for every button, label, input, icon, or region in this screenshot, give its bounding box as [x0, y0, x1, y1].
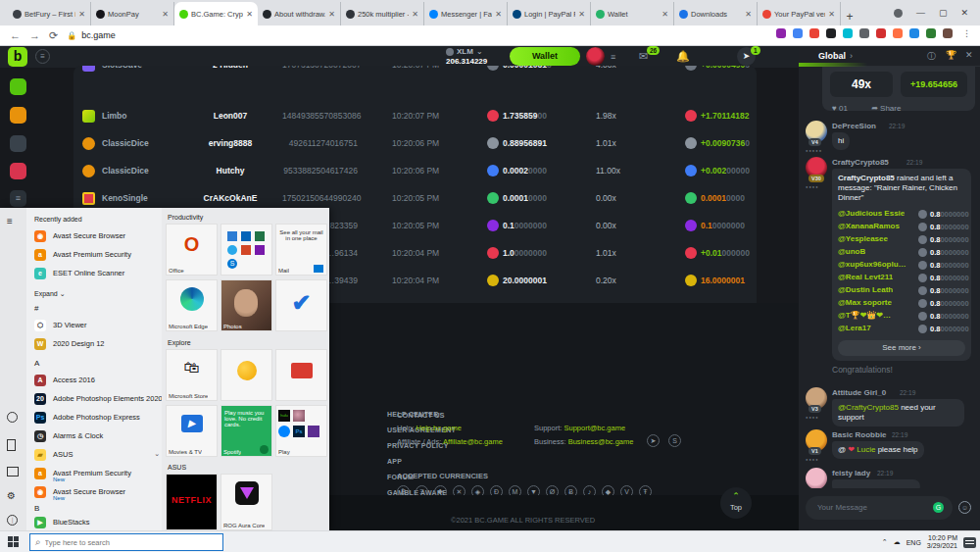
- expand-toggle[interactable]: Expand ⌄: [34, 290, 66, 298]
- chat-info-icon[interactable]: ⓘ: [927, 50, 936, 63]
- pictures-icon[interactable]: [7, 467, 19, 477]
- support-link[interactable]: Support@bc.game: [564, 424, 625, 432]
- emoji-icon[interactable]: ☺: [958, 501, 971, 514]
- tile-rog[interactable]: ROG Aura Core: [220, 474, 272, 530]
- start-menu-app[interactable]: ◉ Avast Secure Browser: [34, 228, 160, 246]
- telegram-icon[interactable]: ➤: [647, 434, 660, 447]
- menu-hamburger-icon[interactable]: ≡: [7, 216, 13, 226]
- language-indicator[interactable]: ENG: [906, 539, 921, 546]
- taskbar-search[interactable]: ⌕: [29, 533, 223, 551]
- avatar[interactable]: [806, 468, 827, 489]
- tile-weather[interactable]: [220, 349, 272, 401]
- tab-close-icon[interactable]: ✕: [745, 10, 752, 19]
- chat-username[interactable]: feisty lady: [832, 469, 870, 477]
- rain-recipient[interactable]: @xup6ux96oplu…: [838, 260, 906, 270]
- start-menu-app[interactable]: ▰ ASUS ⌄: [34, 447, 160, 465]
- browser-tab[interactable]: 250k multiplier - S ✕: [341, 2, 424, 25]
- rain-recipient[interactable]: @XananaRamos: [838, 222, 900, 231]
- tile-news[interactable]: [275, 349, 327, 401]
- power-icon[interactable]: ᛁ: [7, 515, 18, 526]
- start-menu-app[interactable]: ◷ Alarms & Clock: [34, 428, 160, 446]
- chat-expand-icon[interactable]: ›: [850, 51, 853, 61]
- tab-close-icon[interactable]: ✕: [328, 10, 335, 19]
- extension-icon[interactable]: [843, 28, 853, 38]
- skype-icon[interactable]: S: [668, 434, 681, 447]
- taskbar-icon[interactable]: [430, 534, 445, 549]
- onedrive-cloud-icon[interactable]: ☁: [894, 538, 901, 546]
- extension-icon[interactable]: [943, 28, 953, 38]
- start-menu-app[interactable]: Ps Adobe Photoshop Express: [34, 410, 160, 427]
- account-menu-icon[interactable]: ≡: [611, 52, 616, 62]
- browser-menu-icon[interactable]: ⋮: [962, 28, 972, 38]
- extension-icon[interactable]: [826, 28, 836, 38]
- browser-tab[interactable]: Your PayPal verific ✕: [758, 2, 841, 25]
- chat-trophy-icon[interactable]: 🏆: [946, 50, 956, 60]
- settings-gear-icon[interactable]: ⚙: [7, 490, 16, 501]
- share-label[interactable]: Share: [880, 104, 901, 113]
- forward-icon[interactable]: →: [29, 29, 40, 41]
- start-menu-app[interactable]: W 2020 Design 12: [34, 336, 160, 354]
- tile-store[interactable]: 🛍 Microsoft Store: [166, 349, 218, 401]
- help-link[interactable]: Help.bc.game: [416, 424, 462, 432]
- bell-icon[interactable]: 🔔: [676, 50, 690, 63]
- user-account-icon[interactable]: [7, 412, 18, 423]
- tab-close-icon[interactable]: ✕: [412, 10, 418, 19]
- taskbar-icon[interactable]: [231, 534, 246, 549]
- chat-username[interactable]: Attitude Girl_0: [832, 388, 886, 397]
- nav-slots-icon[interactable]: [10, 135, 26, 152]
- taskbar-icon[interactable]: [373, 534, 388, 549]
- mention[interactable]: Lucie: [857, 445, 875, 454]
- extension-icon[interactable]: [926, 28, 936, 38]
- chat-username[interactable]: DePreeSion: [832, 122, 876, 130]
- browser-tab[interactable]: Downloads ✕: [674, 2, 758, 25]
- share-icon[interactable]: ➦: [871, 104, 878, 113]
- chat-close-icon[interactable]: ✕: [965, 50, 973, 60]
- tab-close-icon[interactable]: ✕: [495, 10, 502, 19]
- back-icon[interactable]: ←: [10, 29, 21, 41]
- see-more-button[interactable]: See more ›: [838, 340, 965, 356]
- browser-tab[interactable]: Wallet ✕: [591, 2, 674, 25]
- extension-icon[interactable]: [876, 28, 886, 38]
- table-row[interactable]: Limbo Leon007 14849385570853086 10:20:07…: [74, 103, 757, 130]
- close-window-button[interactable]: ✕: [960, 8, 968, 18]
- table-row[interactable]: ClassicDice Hutchy 9533882504617426 10:2…: [74, 158, 757, 185]
- extension-icon[interactable]: [909, 28, 919, 38]
- tile-edge[interactable]: Microsoft Edge: [166, 279, 218, 331]
- taskbar-icon[interactable]: [288, 534, 303, 549]
- heart-icon[interactable]: ♥: [832, 104, 837, 113]
- taskbar-icon[interactable]: [317, 534, 331, 549]
- mention[interactable]: @CraftyCrypto85: [838, 403, 899, 412]
- rain-recipient[interactable]: @Dustin Leath: [838, 285, 893, 295]
- start-menu-app[interactable]: ⬡ 3D Viewer: [34, 318, 160, 335]
- nav-menu-icon[interactable]: ≡: [10, 190, 26, 207]
- tab-close-icon[interactable]: ✕: [578, 10, 585, 19]
- browser-tab[interactable]: MoonPay ✕: [91, 2, 174, 25]
- tab-close-icon[interactable]: ✕: [162, 10, 169, 19]
- browser-tab[interactable]: About withdraw. | ✕: [258, 2, 341, 25]
- start-menu-app[interactable]: e ESET Online Scanner: [34, 266, 160, 283]
- tile-photos[interactable]: Photos: [220, 279, 272, 331]
- start-menu-app[interactable]: ◉ Avast Secure Browser New: [34, 484, 160, 502]
- rain-recipient[interactable]: @Max soporte: [838, 298, 892, 308]
- nav-favorites-icon[interactable]: [10, 163, 26, 179]
- taskbar-icon[interactable]: [487, 534, 502, 549]
- tile-office[interactable]: O Office: [166, 224, 218, 276]
- search-input[interactable]: [45, 538, 202, 547]
- documents-icon[interactable]: [7, 439, 16, 451]
- url-field[interactable]: 🔒 bc.game: [67, 30, 116, 40]
- rain-recipient[interactable]: @unoB: [838, 247, 865, 257]
- table-row[interactable]: SlotsCave 2 Hidden 17073130720072007 10:…: [74, 66, 757, 79]
- tile-office-apps[interactable]: S: [220, 224, 272, 276]
- tab-close-icon[interactable]: ✕: [78, 10, 85, 19]
- taskbar-icon[interactable]: [260, 534, 274, 549]
- start-menu-app[interactable]: ▶ BlueStacks: [34, 515, 160, 530]
- start-menu-app[interactable]: A Access 2016: [34, 373, 160, 390]
- tile-movies[interactable]: ▶ Movies & TV: [166, 405, 218, 457]
- clock[interactable]: 10:20 PM3/29/2021: [927, 534, 957, 550]
- tile-play[interactable]: hulu Ps Play: [275, 405, 327, 457]
- extension-icon[interactable]: [859, 28, 869, 38]
- reload-icon[interactable]: ⟳: [49, 29, 58, 42]
- start-menu-app[interactable]: a Avast Premium Security: [34, 247, 160, 265]
- nav-games-icon[interactable]: [10, 107, 26, 124]
- tray-expand-icon[interactable]: ⌃: [882, 538, 888, 546]
